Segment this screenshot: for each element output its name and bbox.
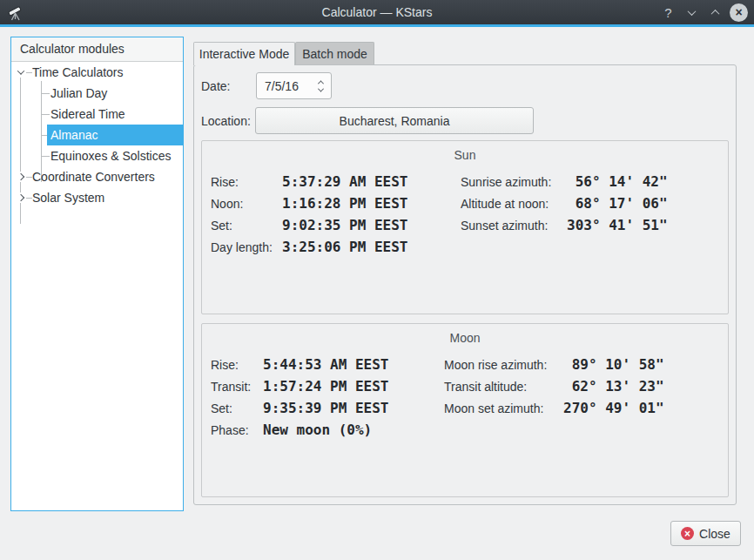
sun-groupbox: Sun Rise: 5:37:29 AM EEST Noon: 1:16:28 … bbox=[201, 140, 729, 314]
chevron-right-icon[interactable] bbox=[16, 192, 26, 203]
transit-altitude-value: 62° 13' 23" bbox=[563, 378, 711, 395]
close-window-button[interactable]: × bbox=[727, 0, 751, 24]
titlebar: Calculator — KStars ? × bbox=[0, 0, 754, 24]
location-label: Location: bbox=[201, 107, 251, 134]
close-button[interactable]: × Close bbox=[670, 521, 741, 546]
spin-down-icon bbox=[318, 85, 324, 91]
moon-rise-azimuth-value: 89° 10' 58" bbox=[563, 356, 711, 373]
moon-rise-value: 5:44:53 AM EEST bbox=[263, 356, 433, 373]
moon-phase-value: New moon (0%) bbox=[263, 422, 433, 438]
sidebar-item-julian-day[interactable]: Julian Day bbox=[11, 83, 183, 104]
date-label: Date: bbox=[201, 72, 230, 99]
altitude-at-noon-label: Altitude at noon: bbox=[461, 197, 567, 211]
moon-set-label: Set: bbox=[211, 401, 263, 415]
sun-groupbox-title: Sun bbox=[202, 148, 728, 162]
tab-batch-mode[interactable]: Batch mode bbox=[295, 42, 374, 64]
sunset-azimuth-value: 303° 41' 51" bbox=[567, 217, 715, 233]
altitude-at-noon-value: 68° 17' 06" bbox=[567, 195, 715, 212]
sidebar-item-label: Time Calculators bbox=[32, 65, 124, 79]
titlebar-accent-line bbox=[0, 24, 754, 27]
sidebar-item-sidereal-time[interactable]: Sidereal Time bbox=[11, 104, 183, 125]
sun-azimuth-grid: Sunrise azimuth: 56° 14' 42" Altitude at… bbox=[461, 171, 715, 236]
sun-set-label: Set: bbox=[211, 219, 282, 233]
sidebar-item-equinoxes-solstices[interactable]: Equinoxes & Solstices bbox=[11, 145, 183, 166]
sun-times-grid: Rise: 5:37:29 AM EEST Noon: 1:16:28 PM E… bbox=[211, 171, 452, 258]
moon-set-value: 9:35:39 PM EEST bbox=[263, 400, 433, 416]
interactive-mode-pane: Date: 7/5/16 Location: Bucharest, Romani… bbox=[193, 64, 737, 505]
sun-set-value: 9:02:35 PM EEST bbox=[282, 217, 452, 233]
sunrise-azimuth-label: Sunrise azimuth: bbox=[461, 175, 567, 189]
date-stepper[interactable] bbox=[319, 80, 331, 92]
sunrise-azimuth-value: 56° 14' 42" bbox=[567, 173, 715, 190]
day-length-value: 3:25:06 PM EEST bbox=[282, 239, 452, 255]
sidebar-item-solar-system[interactable]: Solar System bbox=[11, 187, 183, 208]
moon-transit-label: Transit: bbox=[211, 380, 263, 394]
moon-rise-azimuth-label: Moon rise azimuth: bbox=[444, 358, 563, 372]
minimize-button[interactable] bbox=[680, 0, 704, 24]
sun-noon-label: Noon: bbox=[211, 197, 282, 211]
calculator-modules-sidebar: Calculator modules Time Calculators Juli… bbox=[10, 37, 184, 511]
sidebar-item-label: Sidereal Time bbox=[50, 107, 125, 121]
date-input[interactable]: 7/5/16 bbox=[256, 72, 332, 99]
moon-groupbox: Moon Rise: 5:44:53 AM EEST Transit: 1:57… bbox=[201, 323, 729, 497]
sidebar-item-almanac[interactable]: Almanac bbox=[11, 125, 183, 145]
sidebar-item-label: Julian Day bbox=[50, 86, 107, 100]
close-icon: × bbox=[681, 527, 694, 540]
close-icon: × bbox=[730, 3, 748, 22]
sun-noon-value: 1:16:28 PM EEST bbox=[282, 195, 452, 212]
day-length-label: Day length: bbox=[211, 240, 282, 254]
moon-set-azimuth-value: 270° 49' 01" bbox=[563, 400, 711, 416]
chevron-right-icon[interactable] bbox=[16, 172, 26, 182]
moon-groupbox-title: Moon bbox=[202, 331, 728, 345]
window-controls: ? × bbox=[656, 0, 751, 24]
moon-times-grid: Rise: 5:44:53 AM EEST Transit: 1:57:24 P… bbox=[211, 354, 433, 441]
window-title: Calculator — KStars bbox=[0, 0, 754, 24]
tab-interactive-mode[interactable]: Interactive Mode bbox=[193, 42, 295, 65]
close-button-label: Close bbox=[699, 527, 730, 541]
location-button[interactable]: Bucharest, Romania bbox=[255, 107, 534, 134]
sunset-azimuth-label: Sunset azimuth: bbox=[461, 219, 567, 233]
module-tree: Time Calculators Julian Day Sidereal Tim… bbox=[11, 62, 183, 510]
location-value: Bucharest, Romania bbox=[340, 114, 450, 128]
date-value: 7/5/16 bbox=[257, 79, 319, 93]
sidebar-item-label: Almanac bbox=[50, 128, 98, 142]
sun-rise-label: Rise: bbox=[211, 175, 282, 189]
sidebar-item-label: Equinoxes & Solstices bbox=[50, 149, 172, 163]
sidebar-header: Calculator modules bbox=[11, 37, 183, 62]
moon-set-azimuth-label: Moon set azimuth: bbox=[444, 401, 563, 415]
sidebar-item-coordinate-converters[interactable]: Coordinate Converters bbox=[11, 166, 183, 187]
sun-rise-value: 5:37:29 AM EEST bbox=[282, 173, 452, 190]
sidebar-item-label: Solar System bbox=[32, 191, 104, 205]
moon-azimuth-grid: Moon rise azimuth: 89° 10' 58" Transit a… bbox=[444, 354, 711, 419]
chevron-down-icon[interactable] bbox=[16, 67, 26, 78]
sidebar-item-label: Coordinate Converters bbox=[32, 170, 155, 184]
calculator-window: Calculator — KStars ? × Calculator modul… bbox=[0, 0, 754, 560]
moon-transit-value: 1:57:24 PM EEST bbox=[263, 378, 433, 395]
transit-altitude-label: Transit altitude: bbox=[444, 380, 563, 394]
help-button[interactable]: ? bbox=[656, 0, 680, 24]
moon-rise-label: Rise: bbox=[211, 358, 263, 372]
sidebar-item-time-calculators[interactable]: Time Calculators bbox=[11, 62, 183, 83]
maximize-button[interactable] bbox=[704, 0, 727, 24]
mode-tabbar: Interactive Mode Batch mode bbox=[193, 42, 374, 65]
moon-phase-label: Phase: bbox=[211, 423, 263, 437]
chevron-up-icon bbox=[711, 9, 720, 17]
chevron-down-icon bbox=[688, 7, 697, 16]
